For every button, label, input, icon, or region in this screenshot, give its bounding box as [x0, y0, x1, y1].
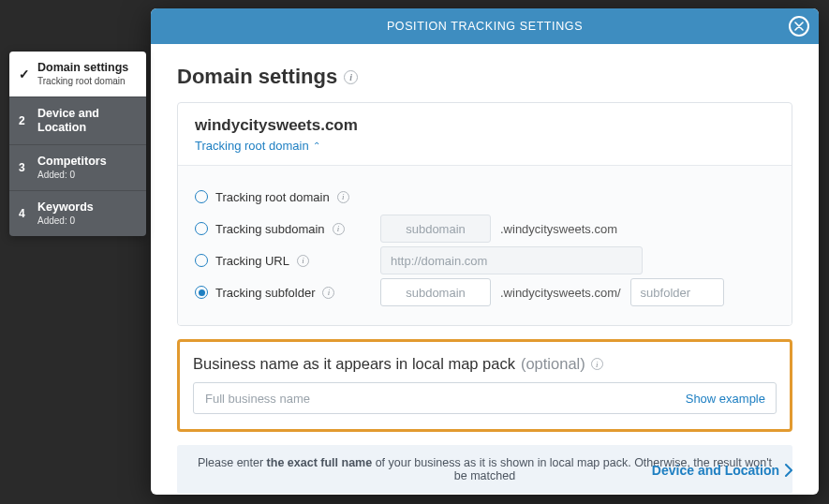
option-subfolder: Tracking subfolder i .windycitysweets.co…	[195, 276, 775, 308]
step-keywords[interactable]: 4 Keywords Added: 0	[9, 191, 146, 236]
subfolder-subdomain-input[interactable]	[380, 278, 491, 306]
step-label: Keywords	[37, 200, 137, 215]
check-icon	[19, 67, 37, 82]
step-labels: Competitors Added: 0	[37, 155, 137, 181]
business-name-section: Business name as it appears in local map…	[177, 339, 792, 432]
step-sublabel: Added: 0	[37, 170, 137, 181]
info-icon[interactable]: i	[591, 358, 603, 370]
settings-modal: POSITION TRACKING SETTINGS Domain settin…	[151, 8, 819, 495]
option-root-domain: Tracking root domain i	[195, 181, 775, 213]
close-icon	[794, 22, 804, 31]
step-sublabel: Added: 0	[37, 215, 137, 227]
step-label: Competitors	[37, 155, 137, 169]
subfolder-input[interactable]	[630, 278, 724, 306]
radio-label: Tracking URL	[215, 254, 289, 268]
radio-url[interactable]	[195, 254, 208, 267]
radio-label: Tracking root domain	[215, 190, 330, 204]
tracking-toggle-label: Tracking root domain	[195, 139, 309, 153]
business-name-label-optional: (optional)	[521, 355, 585, 373]
step-labels: Device and Location	[37, 107, 137, 135]
step-labels: Keywords Added: 0	[37, 200, 137, 227]
wizard-stepper: Domain settings Tracking root domain 2 D…	[9, 52, 146, 236]
next-step-label: Device and Location	[652, 463, 779, 478]
step-number: 2	[19, 114, 37, 127]
modal-header: POSITION TRACKING SETTINGS	[151, 8, 819, 44]
section-title: Domain settings i	[177, 65, 792, 89]
info-icon[interactable]: i	[333, 223, 345, 235]
domain-name: windycitysweets.com	[195, 116, 775, 135]
radio-subdomain[interactable]	[195, 222, 208, 235]
step-label: Device and Location	[37, 107, 137, 135]
close-button[interactable]	[789, 16, 809, 37]
step-labels: Domain settings Tracking root domain	[37, 61, 137, 87]
step-label: Domain settings	[37, 61, 137, 75]
subfolder-mid: .windycitysweets.com/	[500, 286, 621, 300]
info-icon[interactable]: i	[344, 70, 358, 84]
tracking-options: Tracking root domain i Tracking subdomai…	[178, 165, 792, 325]
business-name-label-main: Business name as it appears in local map…	[193, 355, 515, 373]
note-bold: the exact full name	[267, 456, 373, 469]
radio-label: Tracking subdomain	[215, 222, 325, 236]
info-icon[interactable]: i	[337, 191, 349, 203]
step-device-location[interactable]: 2 Device and Location	[9, 97, 146, 145]
step-number: 4	[19, 207, 37, 220]
radio-subfolder[interactable]	[195, 286, 208, 299]
option-url: Tracking URL i	[195, 245, 775, 276]
subdomain-suffix: .windycitysweets.com	[500, 222, 617, 236]
business-name-label: Business name as it appears in local map…	[193, 355, 777, 373]
domain-box: windycitysweets.com Tracking root domain…	[177, 102, 792, 326]
domain-box-header: windycitysweets.com Tracking root domain…	[178, 103, 792, 165]
subdomain-input	[380, 215, 491, 243]
step-number: 3	[19, 161, 37, 174]
modal-title: POSITION TRACKING SETTINGS	[387, 20, 583, 33]
info-icon[interactable]: i	[322, 287, 334, 299]
tracking-toggle[interactable]: Tracking root domain ⌃	[195, 139, 320, 153]
business-name-input-wrap: Show example	[193, 382, 777, 414]
show-example-link[interactable]: Show example	[686, 392, 765, 406]
note-prefix: Please enter	[198, 456, 267, 469]
option-subdomain: Tracking subdomain i .windycitysweets.co…	[195, 213, 775, 245]
next-step-button[interactable]: Device and Location	[652, 463, 792, 478]
chevron-right-icon	[785, 464, 792, 477]
step-sublabel: Tracking root domain	[37, 76, 137, 87]
info-icon[interactable]: i	[297, 255, 309, 267]
url-input	[380, 246, 643, 274]
step-competitors[interactable]: 3 Competitors Added: 0	[9, 145, 146, 191]
chevron-up-icon: ⌃	[313, 141, 320, 151]
radio-root-domain[interactable]	[195, 190, 208, 203]
radio-label: Tracking subfolder	[215, 286, 315, 300]
modal-body: Domain settings i windycitysweets.com Tr…	[151, 44, 819, 495]
section-title-text: Domain settings	[177, 65, 337, 89]
step-domain-settings[interactable]: Domain settings Tracking root domain	[9, 52, 146, 97]
